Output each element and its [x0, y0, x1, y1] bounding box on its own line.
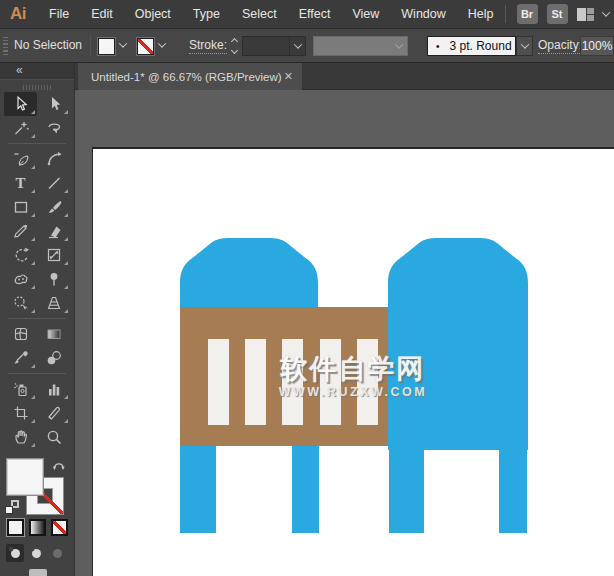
watermark: 软件自学网 WWW.RUZXW.COM — [241, 354, 465, 399]
pasteboard[interactable]: 软件自学网 WWW.RUZXW.COM — [75, 90, 614, 576]
crib-left-leg-2 — [292, 443, 319, 533]
stroke-color-swatch[interactable] — [137, 38, 154, 55]
paintbrush-tool[interactable] — [37, 195, 70, 219]
stroke-label[interactable]: Stroke: — [189, 38, 227, 54]
shape-builder-tool[interactable] — [4, 291, 37, 315]
menu-help[interactable]: Help — [457, 0, 505, 29]
crib-left-headboard — [180, 238, 318, 309]
color-mode-buttons — [0, 519, 75, 536]
workspace-icon[interactable] — [577, 8, 594, 21]
document-tab-bar: Untitled-1* @ 66.67% (RGB/Preview) ✕ — [75, 63, 614, 90]
puppet-warp-tool[interactable] — [37, 267, 70, 291]
drawing-mode-buttons — [0, 544, 75, 562]
document-area: Untitled-1* @ 66.67% (RGB/Preview) ✕ — [75, 63, 614, 576]
lasso-tool[interactable] — [37, 116, 70, 140]
crib-right-headboard — [388, 238, 528, 450]
document-tab[interactable]: Untitled-1* @ 66.67% (RGB/Preview) ✕ — [78, 63, 302, 90]
direct-selection-tool[interactable] — [37, 92, 70, 116]
brush-definition-dropdown[interactable] — [313, 36, 408, 56]
fill-color-swatch[interactable] — [98, 38, 115, 55]
draw-inside-button — [48, 544, 66, 562]
selection-status: No Selection — [14, 29, 82, 62]
illustrator-window: Ai File Edit Object Type Select Effect V… — [0, 0, 614, 576]
brush-value: 3 pt. Round — [450, 39, 512, 53]
perspective-grid-tool[interactable] — [37, 291, 70, 315]
column-graph-tool[interactable] — [37, 377, 70, 401]
artboard-tool[interactable] — [4, 401, 37, 425]
bridge-button[interactable]: Br — [517, 4, 538, 24]
fill-stroke-indicator — [0, 456, 75, 518]
menu-bar: Ai File Edit Object Type Select Effect V… — [0, 0, 614, 29]
menu-edit[interactable]: Edit — [80, 0, 124, 29]
mesh-tool[interactable] — [4, 322, 37, 346]
line-segment-tool[interactable] — [37, 171, 70, 195]
selection-tool[interactable] — [4, 92, 37, 116]
panel-grip[interactable] — [3, 37, 8, 55]
type-tool[interactable]: T — [4, 171, 37, 195]
fill-chevron-down-icon[interactable] — [119, 39, 127, 47]
warp-tool[interactable] — [4, 267, 37, 291]
zoom-tool[interactable] — [37, 425, 70, 449]
menu-file[interactable]: File — [38, 0, 80, 29]
rotate-tool[interactable] — [4, 243, 37, 267]
pencil-tool[interactable] — [4, 219, 37, 243]
app-logo: Ai — [10, 4, 26, 24]
fill-indicator[interactable] — [6, 458, 44, 496]
toolbar-collapse-button[interactable]: « — [0, 63, 74, 80]
menu-effect[interactable]: Effect — [288, 0, 342, 29]
stock-button[interactable]: St — [547, 4, 568, 24]
screen-mode-button[interactable] — [29, 569, 47, 576]
opacity-field[interactable]: 100% — [580, 36, 614, 56]
swap-fill-stroke-icon[interactable] — [52, 459, 66, 471]
magic-wand-tool[interactable] — [4, 116, 37, 140]
scale-tool[interactable] — [37, 243, 70, 267]
menu-select[interactable]: Select — [231, 0, 288, 29]
controlbar-separator — [90, 34, 91, 57]
gradient-button[interactable] — [29, 519, 46, 536]
stroke-chevron-down-icon[interactable] — [158, 39, 166, 47]
eyedropper-tool[interactable] — [4, 346, 37, 370]
watermark-url: WWW.RUZXW.COM — [241, 385, 465, 399]
blend-tool[interactable] — [37, 346, 70, 370]
gradient-tool[interactable] — [37, 322, 70, 346]
rectangle-tool[interactable] — [4, 195, 37, 219]
tab-close-icon[interactable]: ✕ — [284, 70, 302, 83]
slice-tool[interactable] — [37, 401, 70, 425]
color-button[interactable] — [7, 519, 24, 536]
menu-window[interactable]: Window — [390, 0, 456, 29]
document-tab-title: Untitled-1* @ 66.67% (RGB/Preview) — [78, 71, 282, 83]
control-bar: No Selection Stroke: • 3 pt. Round Opaci… — [0, 29, 614, 63]
watermark-title: 软件自学网 — [241, 354, 465, 384]
toolbar-grip[interactable] — [23, 85, 51, 90]
stroke-weight-dropdown[interactable] — [290, 36, 306, 56]
crib-right-leg-1 — [389, 447, 424, 533]
stroke-weight-field[interactable] — [242, 36, 290, 56]
pen-tool[interactable] — [4, 147, 37, 171]
hand-tool[interactable] — [4, 425, 37, 449]
crib-left-leg-1 — [180, 443, 216, 533]
opacity-label[interactable]: Opacity: — [538, 38, 582, 54]
default-fill-stroke-icon[interactable] — [5, 500, 19, 514]
menu-object[interactable]: Object — [124, 0, 182, 29]
draw-behind-button[interactable] — [27, 544, 45, 562]
draw-normal-button[interactable] — [6, 544, 24, 562]
workspace-chevron-down-icon[interactable] — [601, 8, 609, 16]
variable-width-dropdown-button[interactable] — [516, 36, 533, 56]
variable-width-profile-field[interactable]: • 3 pt. Round — [427, 36, 516, 56]
none-button[interactable] — [51, 519, 68, 536]
eraser-tool[interactable] — [37, 219, 70, 243]
menubar-separator — [505, 5, 506, 23]
crib-right-leg-2 — [499, 447, 527, 533]
symbol-sprayer-tool[interactable] — [4, 377, 37, 401]
stroke-weight-stepper[interactable] — [228, 35, 240, 56]
brush-preview-dot: • — [436, 41, 440, 52]
crib-slat — [208, 339, 229, 425]
menu-type[interactable]: Type — [182, 0, 231, 29]
curvature-tool[interactable] — [37, 147, 70, 171]
artboard[interactable]: 软件自学网 WWW.RUZXW.COM — [92, 147, 614, 576]
menu-view[interactable]: View — [341, 0, 390, 29]
tools-panel: « — [0, 63, 75, 576]
